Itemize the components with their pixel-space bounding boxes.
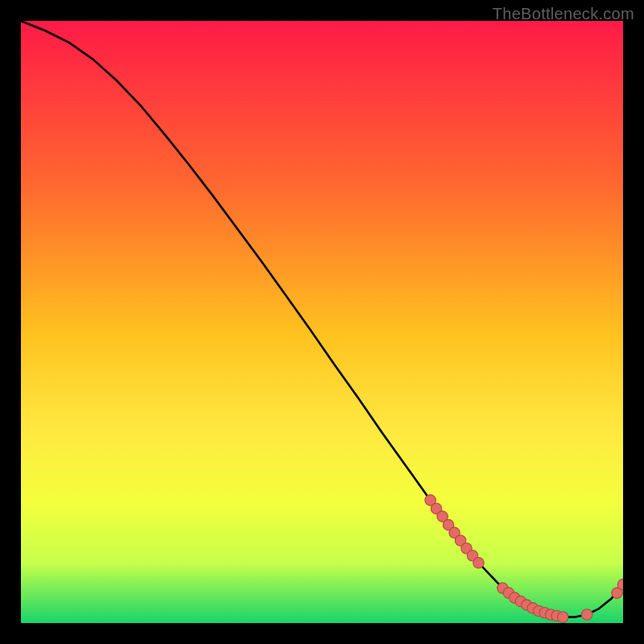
gradient-background — [21, 21, 623, 623]
data-marker — [473, 557, 484, 568]
data-marker — [581, 609, 592, 620]
data-marker — [557, 612, 568, 622]
chart-stage: TheBottleneck.com — [0, 0, 644, 644]
bottleneck-chart — [21, 21, 623, 623]
